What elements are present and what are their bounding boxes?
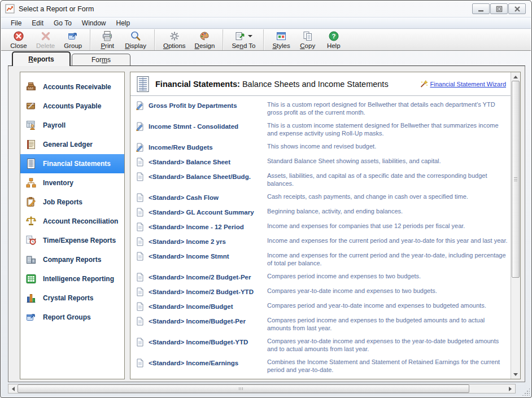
- financial-statement-wizard-link[interactable]: Financial Statement Wizard: [420, 80, 507, 88]
- report-row: <Standard> Balance Sheet/Budg. Assets, l…: [136, 172, 509, 187]
- report-icon: [136, 222, 145, 231]
- sidebar-item-financial-statements[interactable]: Financial Statements: [20, 154, 124, 173]
- group-button[interactable]: Group: [59, 29, 90, 50]
- report-row: <Standard> Income 2 yrs Income and expen…: [136, 237, 509, 246]
- maximize-icon: [496, 6, 503, 12]
- print-button[interactable]: Print: [94, 29, 120, 50]
- horizontal-scroll-thumb[interactable]: [18, 384, 469, 393]
- design-icon: [199, 30, 210, 42]
- company-reports-icon: [25, 254, 37, 265]
- sidebar-item-accounts-payable[interactable]: Accounts Payable: [20, 97, 124, 116]
- maximize-button[interactable]: [490, 3, 508, 14]
- category-sidebar: Accounts Receivable Accounts Payable Pay…: [20, 72, 125, 379]
- panel-title: Financial Statements: Balance Sheets and…: [155, 80, 389, 89]
- custom-report-icon: [136, 143, 145, 152]
- accounts-payable-icon: [25, 100, 37, 112]
- minimize-button[interactable]: [472, 3, 490, 14]
- menu-window[interactable]: Window: [77, 18, 111, 28]
- copy-button[interactable]: Copy: [295, 29, 321, 50]
- menu-edit[interactable]: Edit: [27, 18, 49, 28]
- group-icon: [67, 30, 79, 42]
- menu-help[interactable]: Help: [111, 18, 136, 28]
- resize-grip[interactable]: [522, 388, 530, 396]
- report-icon: [136, 208, 145, 217]
- financial-statements-header-icon: [136, 76, 150, 93]
- sidebar-item-accounts-receivable[interactable]: Accounts Receivable: [20, 77, 124, 97]
- sidebar-item-time-expense-reports[interactable]: Time/Expense Reports: [20, 231, 124, 250]
- styles-button[interactable]: Styles: [268, 29, 294, 50]
- sidebar-item-job-reports[interactable]: Job Reports: [20, 193, 124, 212]
- menu-goto[interactable]: Go To: [49, 18, 77, 28]
- delete-icon: [40, 30, 51, 42]
- display-button[interactable]: Display: [120, 29, 155, 50]
- sidebar-item-report-groups[interactable]: Report Groups: [20, 308, 124, 327]
- vertical-scrollbar[interactable]: [511, 72, 520, 379]
- sidebar-item-crystal-reports[interactable]: Crystal Reports: [20, 288, 124, 308]
- close-icon: [13, 30, 24, 42]
- horizontal-scroll-track[interactable]: [18, 384, 506, 393]
- report-icon: [136, 273, 145, 282]
- sidebar-item-account-reconciliation[interactable]: Account Reconciliation: [20, 212, 124, 231]
- vertical-scroll-track[interactable]: [511, 81, 520, 370]
- sidebar-item-intelligence-reporting[interactable]: Intelligence Reporting: [20, 269, 124, 288]
- report-row: <Standard> Income - 12 Period Income and…: [136, 222, 509, 231]
- vertical-scroll-thumb[interactable]: [512, 81, 520, 278]
- sidebar-item-company-reports[interactable]: Company Reports: [20, 250, 124, 269]
- tab-reports[interactable]: Reports: [12, 51, 71, 66]
- time-expense-icon: [25, 235, 37, 246]
- report-row: Income/Rev Budgets This shows income and…: [136, 143, 509, 152]
- report-icon: [136, 317, 145, 326]
- sidebar-item-payroll[interactable]: Payroll: [20, 116, 124, 135]
- minimize-icon: [478, 6, 485, 12]
- options-button[interactable]: Options: [159, 29, 190, 50]
- help-button[interactable]: ? Help: [321, 29, 347, 50]
- design-button[interactable]: Design: [190, 29, 224, 50]
- report-row: <Standard> Cash Flow Cash receipts, cash…: [136, 193, 509, 202]
- horizontal-scrollbar[interactable]: [8, 384, 516, 393]
- svg-text:?: ?: [332, 33, 335, 40]
- arrow-right-icon: [509, 387, 514, 391]
- printer-icon: [102, 30, 113, 42]
- report-row: <Standard> Income/Budget-YTD Compares ye…: [136, 338, 509, 353]
- scroll-left-button[interactable]: [8, 384, 18, 393]
- report-groups-icon: [25, 312, 37, 323]
- options-icon: [169, 30, 180, 42]
- copy-icon: [302, 30, 313, 42]
- sidebar-item-inventory[interactable]: Inventory: [20, 173, 124, 193]
- sidebar-item-general-ledger[interactable]: General Ledger: [20, 135, 124, 154]
- close-button-toolbar[interactable]: Close: [6, 29, 32, 50]
- arrow-up-icon: [513, 73, 518, 78]
- report-row: <Standard> Income/Budget Compares period…: [136, 302, 509, 311]
- scroll-up-button[interactable]: [511, 72, 520, 81]
- report-row: <Standard> Income/2 Budget-Per Compares …: [136, 273, 509, 282]
- financial-statements-icon: [25, 158, 37, 169]
- crystal-reports-icon: [25, 292, 37, 304]
- delete-button[interactable]: Delete: [32, 29, 59, 50]
- report-icon: [136, 358, 145, 368]
- accounts-receivable-icon: [25, 81, 37, 93]
- report-row: <Standard> Income/2 Budget-YTD Compares …: [136, 287, 509, 296]
- help-icon: ?: [328, 30, 339, 42]
- scroll-right-button[interactable]: [506, 384, 515, 393]
- report-icon: [136, 172, 145, 181]
- report-icon: [136, 252, 145, 261]
- report-row: <Standard> Income/Earnings Combines the …: [136, 358, 509, 374]
- arrow-left-icon: [10, 387, 15, 391]
- scroll-down-button[interactable]: [511, 370, 520, 379]
- send-to-button[interactable]: Send To: [227, 29, 264, 50]
- titlebar: Select a Report or Form: [1, 1, 531, 17]
- sendto-icon: [234, 30, 252, 42]
- report-row: Income Stmnt - Consolidated This is a cu…: [136, 122, 509, 137]
- close-button[interactable]: [508, 3, 526, 14]
- styles-icon: [276, 30, 287, 42]
- payroll-icon: [25, 120, 37, 131]
- toolbar: Close Delete Group Print Display Options…: [1, 29, 531, 51]
- report-row: <Standard> Balance Sheet Standard Balanc…: [136, 158, 509, 167]
- tab-forms[interactable]: Forms: [72, 54, 130, 65]
- custom-report-icon: [136, 122, 145, 131]
- menu-file[interactable]: File: [6, 18, 27, 28]
- report-row: <Standard> Income Stmnt Income and expen…: [136, 252, 509, 267]
- arrow-down-icon: [513, 373, 518, 378]
- scroll-thumb-grip-icon: [239, 387, 244, 390]
- scroll-thumb-grip-icon: [514, 177, 517, 181]
